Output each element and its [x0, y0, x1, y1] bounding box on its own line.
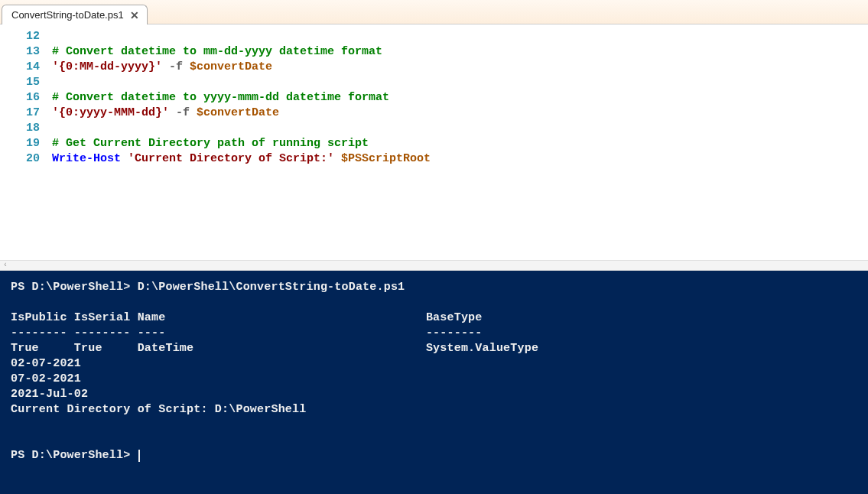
code-line: Write-Host 'Current Directory of Script:… — [52, 151, 431, 167]
table-row: True True DateTime System.ValueType — [11, 342, 538, 355]
space — [334, 152, 341, 165]
line-number: 12 — [0, 29, 40, 44]
tab-bar: ConvertString-toDate.ps1 ✕ — [0, 0, 868, 24]
line-number: 13 — [0, 44, 40, 60]
prompt: PS D:\PowerShell> — [11, 449, 138, 462]
table-separator: -------- -------- ---- -------- — [11, 327, 483, 340]
variable: $convertDate — [197, 106, 279, 119]
line-number: 18 — [0, 121, 40, 136]
output-line: 02-07-2021 — [11, 357, 81, 370]
code-line: # Convert datetime to mm-dd-yyyy datetim… — [52, 44, 431, 60]
output-line: 2021-Jul-02 — [11, 388, 88, 401]
cmdlet: Write-Host — [52, 152, 121, 165]
code-line: # Convert datetime to yyyy-mmm-dd dateti… — [52, 90, 431, 106]
string-literal: 'Current Directory of Script:' — [128, 152, 334, 165]
code-line — [52, 75, 431, 90]
output-line: Current Directory of Script: D:\PowerShe… — [11, 403, 306, 416]
cursor-icon — [138, 450, 140, 462]
line-number: 20 — [0, 151, 40, 167]
line-number: 17 — [0, 106, 40, 121]
terminal-output[interactable]: PS D:\PowerShell> D:\PowerShell\ConvertS… — [0, 271, 868, 494]
table-header: IsPublic IsSerial Name BaseType — [11, 311, 483, 324]
string-literal: '{0:yyyy-MMM-dd}' — [52, 106, 169, 119]
code-content[interactable]: # Convert datetime to mm-dd-yyyy datetim… — [44, 24, 431, 260]
code-line: '{0:MM-dd-yyyy}' -f $convertDate — [52, 60, 431, 75]
command-text: D:\PowerShell\ConvertString-toDate.ps1 — [138, 281, 405, 294]
line-number: 15 — [0, 75, 40, 90]
variable: $PSScriptRoot — [341, 152, 431, 165]
code-line — [52, 29, 431, 44]
code-line — [52, 121, 431, 136]
space — [121, 152, 128, 165]
operator: -f — [162, 60, 190, 73]
tab-title: ConvertString-toDate.ps1 — [11, 9, 124, 21]
tab-file[interactable]: ConvertString-toDate.ps1 ✕ — [2, 5, 148, 24]
code-editor[interactable]: 12 13 14 15 16 17 18 19 20 # Convert dat… — [0, 24, 868, 260]
line-number: 14 — [0, 60, 40, 75]
comment: # Convert datetime to yyyy-mmm-dd dateti… — [52, 91, 389, 104]
output-line: 07-02-2021 — [11, 372, 81, 385]
prompt: PS D:\PowerShell> — [11, 281, 138, 294]
close-icon[interactable]: ✕ — [130, 10, 139, 21]
comment: # Get Current Directory path of running … — [52, 137, 369, 150]
code-line: '{0:yyyy-MMM-dd}' -f $convertDate — [52, 106, 431, 121]
line-number-gutter: 12 13 14 15 16 17 18 19 20 — [0, 24, 44, 260]
comment: # Convert datetime to mm-dd-yyyy datetim… — [52, 45, 382, 58]
operator: -f — [169, 106, 197, 119]
string-literal: '{0:MM-dd-yyyy}' — [52, 60, 162, 73]
variable: $convertDate — [190, 60, 272, 73]
horizontal-scrollbar[interactable]: ‹ — [0, 260, 868, 271]
line-number: 16 — [0, 90, 40, 106]
code-line: # Get Current Directory path of running … — [52, 136, 431, 151]
line-number: 19 — [0, 136, 40, 151]
